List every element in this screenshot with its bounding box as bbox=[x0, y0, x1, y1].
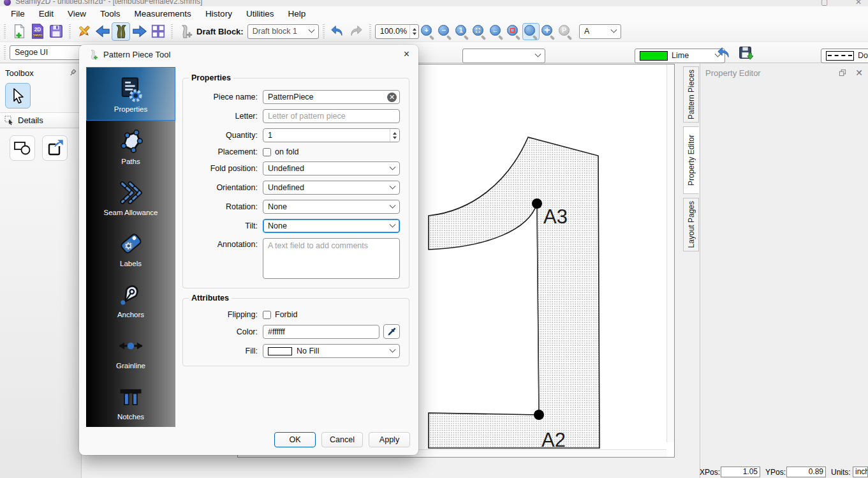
apply-button[interactable]: Apply bbox=[369, 432, 410, 447]
point-selector-combo[interactable]: A bbox=[579, 24, 621, 39]
menu-help[interactable]: Help bbox=[281, 6, 313, 21]
menu-bar: File Edit View Tools Measurements Histor… bbox=[0, 6, 868, 21]
point-label-a3[interactable]: A3 bbox=[543, 205, 568, 228]
chevron-down-icon bbox=[390, 221, 396, 227]
add-draft-block-button[interactable] bbox=[177, 22, 195, 41]
draft-mode-button[interactable] bbox=[75, 22, 93, 41]
maximize-button[interactable]: ▢ bbox=[821, 0, 828, 6]
tab-pattern-pieces[interactable]: Pattern Pieces bbox=[683, 66, 699, 123]
cancel-button[interactable]: Cancel bbox=[321, 432, 363, 447]
zoom-pan-button[interactable] bbox=[522, 23, 540, 40]
point-label-a2[interactable]: A2 bbox=[541, 429, 566, 449]
piece-name-input[interactable] bbox=[263, 90, 400, 104]
quantity-input[interactable] bbox=[263, 128, 400, 142]
open-file-button[interactable]: 2DSM2D bbox=[28, 22, 47, 41]
menu-tools[interactable]: Tools bbox=[93, 6, 128, 21]
color-picker-button[interactable] bbox=[383, 324, 400, 339]
dialog-close-icon[interactable]: × bbox=[404, 49, 409, 59]
sidebar-item-anchors[interactable]: Anchors bbox=[86, 274, 175, 325]
properties-icon bbox=[117, 75, 145, 103]
menu-edit[interactable]: Edit bbox=[32, 6, 61, 21]
forbid-flipping-checkbox[interactable] bbox=[263, 311, 271, 319]
sidebar-item-seam-allowance[interactable]: Seam Allowance bbox=[86, 172, 175, 223]
menu-utilities[interactable]: Utilities bbox=[239, 6, 281, 21]
sidebar-item-notches[interactable]: Notches bbox=[86, 376, 175, 427]
export-icon bbox=[47, 140, 63, 156]
canvas-vertical-scrollbar[interactable] bbox=[666, 64, 674, 442]
zoom-out-button[interactable]: − bbox=[436, 23, 453, 40]
undo-button[interactable] bbox=[328, 22, 347, 41]
rotation-select[interactable]: None bbox=[263, 200, 400, 214]
zoom-previous-button[interactable]: ← bbox=[488, 23, 505, 40]
next-mode-arrow-button[interactable] bbox=[130, 22, 149, 41]
export-pieces-button[interactable] bbox=[42, 135, 68, 161]
dialog-footer: OK Cancel Apply bbox=[274, 432, 410, 447]
tilt-select[interactable]: None bbox=[263, 219, 400, 233]
pointer-tool-button[interactable] bbox=[5, 83, 31, 108]
dock-pin-icon[interactable] bbox=[69, 69, 77, 77]
float-panel-icon[interactable] bbox=[839, 69, 846, 77]
placement-label: Placement: bbox=[192, 147, 258, 156]
menu-measurements[interactable]: Measurements bbox=[128, 6, 198, 21]
piece-color-combo[interactable]: Lime bbox=[635, 49, 725, 63]
save-button[interactable] bbox=[47, 22, 65, 41]
clear-text-icon[interactable]: ✕ bbox=[387, 93, 397, 102]
menu-history[interactable]: History bbox=[198, 6, 239, 21]
point-a2[interactable] bbox=[534, 410, 544, 420]
dialog-titlebar[interactable]: Pattern Piece Tool × bbox=[79, 45, 418, 64]
on-fold-option-label: on fold bbox=[275, 147, 299, 156]
ypos-value: 0.89 bbox=[786, 467, 826, 477]
sidebar-item-grainline[interactable]: Grainline bbox=[86, 325, 175, 376]
save-piece-button[interactable] bbox=[736, 43, 754, 62]
on-fold-checkbox[interactable] bbox=[263, 148, 271, 156]
window-title: Seamly2D - untitled.sm2d* - [tembusuFema… bbox=[15, 0, 202, 6]
letter-input[interactable] bbox=[263, 109, 400, 123]
zoom-in-button[interactable]: + bbox=[419, 23, 436, 40]
color-input[interactable] bbox=[263, 325, 379, 339]
annotation-textarea[interactable] bbox=[263, 238, 400, 279]
zoom-area-button[interactable] bbox=[505, 23, 522, 40]
sidebar-item-labels[interactable]: Labels bbox=[86, 223, 175, 274]
menu-file[interactable]: File bbox=[4, 6, 32, 21]
zoom-original-button[interactable]: 1 bbox=[453, 23, 471, 40]
zoom-to-point-button[interactable]: ✛ bbox=[540, 23, 557, 40]
close-window-button[interactable]: ✕ bbox=[855, 0, 862, 6]
tab-property-editor[interactable]: Property Editor bbox=[683, 126, 699, 194]
zoom-level-spinbox[interactable]: 100.0% bbox=[375, 24, 419, 39]
toolbar-grip bbox=[323, 24, 325, 38]
hidden-combo-edge[interactable] bbox=[462, 49, 545, 63]
orientation-select[interactable]: Undefined bbox=[263, 181, 400, 195]
tab-layout-pages[interactable]: Layout Pages bbox=[683, 198, 699, 251]
toolbar-grip bbox=[4, 24, 6, 38]
zoom-to-selected-button[interactable]: P bbox=[557, 23, 574, 40]
chevron-down-icon bbox=[390, 183, 396, 189]
tab-details[interactable]: Details bbox=[0, 112, 82, 128]
close-panel-icon[interactable]: ✕ bbox=[855, 68, 863, 77]
sidebar-item-properties[interactable]: Properties bbox=[86, 67, 175, 121]
line-style-combo[interactable]: Dot bbox=[821, 49, 868, 63]
sidebar-item-paths[interactable]: Paths bbox=[86, 121, 175, 172]
previous-mode-arrow-button[interactable] bbox=[93, 22, 112, 41]
quantity-spinner[interactable] bbox=[390, 129, 399, 142]
zoom-spin-buttons[interactable] bbox=[409, 25, 418, 38]
redo-button[interactable] bbox=[347, 22, 365, 41]
chevron-down-icon bbox=[611, 26, 617, 33]
fold-position-select[interactable]: Undefined bbox=[263, 161, 400, 176]
pattern-piece-shape[interactable] bbox=[429, 137, 600, 448]
menu-view[interactable]: View bbox=[61, 6, 93, 21]
layout-mode-button[interactable] bbox=[149, 22, 167, 41]
union-tool-button[interactable] bbox=[10, 135, 35, 161]
draft-block-select[interactable]: Draft block 1 bbox=[247, 24, 319, 39]
undo-piece-button[interactable] bbox=[714, 43, 733, 62]
new-document-button[interactable] bbox=[10, 22, 28, 41]
dialog-sidebar: Properties Paths Seam Allowance Labels A… bbox=[86, 67, 175, 427]
fill-select[interactable]: No Fill bbox=[263, 344, 400, 358]
zoom-fit-best-button[interactable] bbox=[471, 23, 488, 40]
details-tab-label: Details bbox=[18, 116, 43, 125]
toolbar-grip bbox=[69, 24, 71, 38]
piece-mode-button[interactable] bbox=[112, 22, 130, 41]
ypos-label: YPos: bbox=[765, 468, 786, 477]
point-a3[interactable] bbox=[532, 198, 542, 209]
ok-button[interactable]: OK bbox=[274, 432, 316, 447]
add-draft-block-icon bbox=[179, 24, 194, 39]
